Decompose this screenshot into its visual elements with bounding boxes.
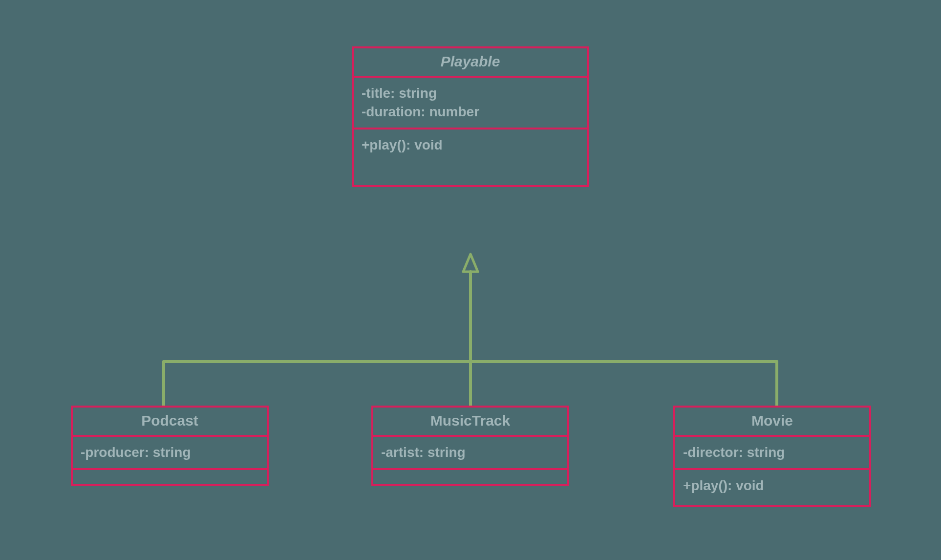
class-musictrack-title: MusicTrack bbox=[373, 408, 567, 437]
attr-row: -title: string bbox=[362, 86, 579, 101]
class-playable-title: Playable bbox=[354, 48, 587, 78]
class-playable: Playable -title: string -duration: numbe… bbox=[352, 46, 589, 187]
uml-canvas: Playable -title: string -duration: numbe… bbox=[0, 0, 941, 560]
class-musictrack-methods bbox=[373, 470, 567, 484]
attr-row: -director: string bbox=[683, 445, 861, 460]
class-podcast-attrs: -producer: string bbox=[73, 437, 267, 470]
class-playable-attrs: -title: string -duration: number bbox=[354, 78, 587, 129]
method-row: +play(): void bbox=[683, 478, 861, 494]
class-playable-methods: +play(): void bbox=[354, 129, 587, 185]
method-row: +play(): void bbox=[362, 137, 579, 153]
class-podcast: Podcast -producer: string bbox=[71, 406, 269, 486]
class-podcast-title: Podcast bbox=[73, 408, 267, 437]
class-movie-title: Movie bbox=[675, 408, 869, 437]
attr-row: -artist: string bbox=[381, 445, 559, 460]
class-musictrack: MusicTrack -artist: string bbox=[371, 406, 569, 486]
svg-marker-0 bbox=[463, 254, 478, 272]
attr-row: -duration: number bbox=[362, 104, 579, 120]
class-podcast-methods bbox=[73, 470, 267, 484]
class-musictrack-attrs: -artist: string bbox=[373, 437, 567, 470]
class-movie: Movie -director: string +play(): void bbox=[673, 406, 871, 507]
class-movie-methods: +play(): void bbox=[675, 470, 869, 505]
attr-row: -producer: string bbox=[81, 445, 259, 460]
class-movie-attrs: -director: string bbox=[675, 437, 869, 470]
